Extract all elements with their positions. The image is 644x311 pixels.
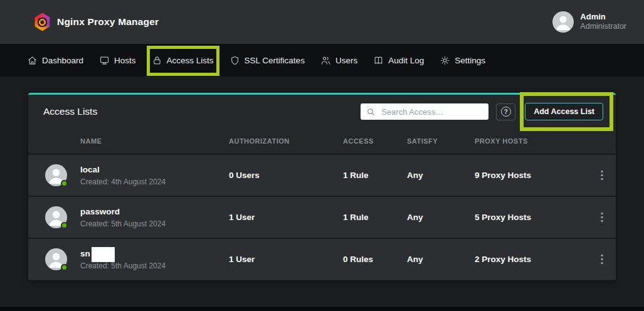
- page-content: Access Lists ? Add Access List: [0, 93, 644, 311]
- status-online-dot: [61, 222, 68, 229]
- add-access-list-button[interactable]: Add Access List: [525, 103, 603, 120]
- lock-icon: [152, 55, 162, 66]
- nginx-proxy-manager-app: Nginx Proxy Manager Admin Administrator …: [0, 0, 644, 311]
- col-header-name: NAME: [80, 137, 229, 145]
- nav-item-ssl-certificates[interactable]: SSL Certificates: [230, 55, 305, 66]
- proxy-hosts-cell: 2 Proxy Hosts: [475, 255, 588, 264]
- col-header-authorization: AUTHORIZATION: [229, 137, 343, 145]
- col-header-proxy-hosts: PROXY HOSTS: [475, 137, 588, 145]
- npm-logo-icon: [34, 13, 51, 31]
- access-list-name: sn: [80, 249, 90, 258]
- row-avatar: [45, 206, 67, 228]
- access-cell: 1 Rule: [343, 171, 407, 180]
- nav-item-hosts[interactable]: Hosts: [99, 55, 136, 66]
- row-avatar: [45, 248, 67, 270]
- col-header-access: ACCESS: [343, 137, 407, 145]
- kebab-menu-icon[interactable]: [597, 167, 607, 184]
- nav-item-access-lists[interactable]: Access Lists: [152, 55, 214, 66]
- question-mark-icon: ?: [501, 107, 511, 117]
- nav-label: Dashboard: [42, 56, 83, 65]
- status-online-dot: [61, 264, 68, 271]
- kebab-menu-icon[interactable]: [597, 209, 607, 226]
- proxy-hosts-cell: 5 Proxy Hosts: [475, 213, 588, 222]
- search-box: [361, 103, 488, 120]
- authorization-cell: 1 User: [229, 255, 343, 264]
- search-input[interactable]: [380, 107, 483, 117]
- table-row: sn Created: 5th August 2024 1 User 0 Rul…: [28, 238, 616, 280]
- nav-item-dashboard[interactable]: Dashboard: [27, 55, 83, 66]
- monitor-icon: [99, 55, 110, 66]
- home-icon: [27, 55, 38, 66]
- table-row: local Created: 4th August 2024 0 Users 1…: [28, 154, 616, 196]
- created-date: Created: 5th August 2024: [80, 261, 229, 270]
- access-list-name: password: [80, 207, 120, 216]
- nav-item-users[interactable]: Users: [320, 55, 357, 66]
- nav-label: SSL Certificates: [245, 56, 305, 65]
- user-role: Administrator: [580, 22, 626, 32]
- redaction-box: [92, 247, 115, 262]
- user-name: Admin: [580, 12, 626, 22]
- book-icon: [373, 55, 384, 66]
- access-cell: 1 Rule: [343, 213, 407, 222]
- gear-icon: [440, 55, 450, 66]
- kebab-menu-icon[interactable]: [597, 251, 607, 268]
- nav-label: Audit Log: [388, 56, 424, 65]
- shield-icon: [230, 55, 240, 66]
- nav-label: Settings: [455, 56, 485, 65]
- col-header-satisfy: SATISFY: [407, 137, 475, 145]
- access-cell: 0 Rules: [343, 255, 407, 264]
- access-list-name: local: [80, 165, 100, 174]
- person-icon: [552, 11, 574, 33]
- status-online-dot: [61, 180, 68, 187]
- table-row: password Created: 5th August 2024 1 User…: [28, 196, 616, 238]
- app-title: Nginx Proxy Manager: [57, 16, 159, 28]
- table-header-row: NAME AUTHORIZATION ACCESS SATISFY PROXY …: [28, 129, 616, 154]
- authorization-cell: 0 Users: [229, 171, 343, 180]
- satisfy-cell: Any: [407, 213, 475, 222]
- nav-item-settings[interactable]: Settings: [440, 55, 485, 66]
- top-bar: Nginx Proxy Manager Admin Administrator: [0, 0, 644, 44]
- nav-label: Access Lists: [167, 56, 214, 65]
- help-button[interactable]: ?: [496, 103, 515, 120]
- search-icon: [366, 107, 376, 117]
- created-date: Created: 4th August 2024: [80, 177, 229, 186]
- row-avatar: [45, 164, 67, 186]
- user-avatar: [552, 11, 574, 33]
- satisfy-cell: Any: [407, 171, 475, 180]
- page-title: Access Lists: [43, 106, 353, 117]
- satisfy-cell: Any: [407, 255, 475, 264]
- main-nav: Dashboard Hosts Access Lists SSL Certifi…: [0, 44, 644, 76]
- add-access-list-wrap: Add Access List: [525, 103, 603, 120]
- nav-label: Users: [335, 56, 357, 65]
- user-menu[interactable]: Admin Administrator: [552, 11, 626, 33]
- created-date: Created: 5th August 2024: [80, 219, 229, 228]
- window-bottom-edge: [0, 307, 644, 311]
- access-lists-panel: Access Lists ? Add Access List: [28, 93, 616, 280]
- nav-label: Hosts: [114, 56, 136, 65]
- proxy-hosts-cell: 9 Proxy Hosts: [475, 171, 588, 180]
- authorization-cell: 1 User: [229, 213, 343, 222]
- nav-item-audit-log[interactable]: Audit Log: [373, 55, 424, 66]
- users-icon: [320, 55, 331, 66]
- panel-header: Access Lists ? Add Access List: [28, 95, 616, 129]
